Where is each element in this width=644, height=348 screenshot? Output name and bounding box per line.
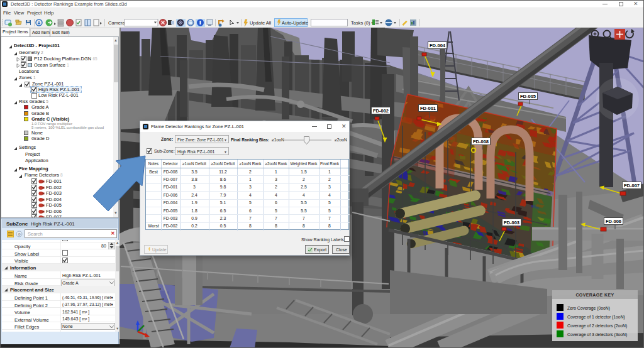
svg-text:⚙: ⚙ [18,232,21,236]
svg-text:Camera:: Camera: [108,20,126,26]
